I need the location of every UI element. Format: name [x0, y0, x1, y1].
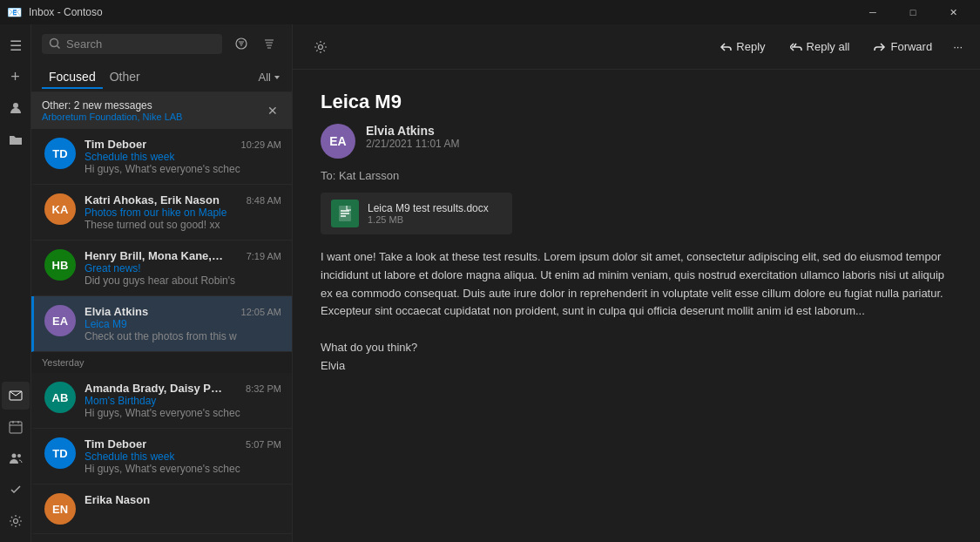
- date-divider: Yesterday: [31, 352, 292, 373]
- search-box[interactable]: [42, 34, 222, 54]
- sidebar-header-icons: [229, 31, 281, 56]
- people-icon[interactable]: [2, 444, 30, 472]
- maximize-button[interactable]: □: [893, 0, 933, 24]
- email-body: I want one! Take a look at these test re…: [321, 248, 952, 376]
- mail-content: Katri Ahokas, Erik Nason 8:48 AM Photos …: [84, 193, 281, 231]
- mail-item-active[interactable]: EA Elvia Atkins 12:05 AM Leica M9 Check …: [31, 296, 292, 352]
- reading-toolbar: Reply Reply all Forward ···: [293, 24, 980, 70]
- mail-subject: Schedule this week: [84, 451, 281, 463]
- tab-all[interactable]: All: [259, 71, 281, 84]
- mail-item[interactable]: AB Amanda Brady, Daisy Phillips 8:32 PM …: [31, 373, 292, 429]
- attachment-icon: [331, 200, 359, 227]
- mail-item[interactable]: EN Erika Nason: [31, 484, 292, 534]
- reply-all-icon: [790, 41, 802, 53]
- forward-button[interactable]: Forward: [863, 35, 943, 58]
- reading-content: Leica M9 EA Elvia Atkins 2/21/2021 11:01…: [293, 70, 980, 542]
- reply-icon: [720, 41, 732, 53]
- tabs-row: Focused Other All: [31, 63, 292, 92]
- titlebar-left: 📧 Inbox - Contoso: [7, 5, 103, 19]
- sidebar-header: [31, 24, 292, 63]
- mail-subject: Photos from our hike on Maple: [84, 207, 281, 219]
- mail-subject: Great news!: [84, 262, 281, 274]
- avatar: HB: [44, 249, 76, 281]
- mail-sender: Erika Nason: [84, 493, 150, 506]
- mail-content: Erika Nason: [84, 493, 281, 506]
- minimize-button[interactable]: ─: [853, 0, 893, 24]
- settings-icon[interactable]: [2, 507, 30, 535]
- sender-avatar: EA: [321, 124, 355, 159]
- svg-point-5: [13, 519, 17, 524]
- hamburger-icon[interactable]: ☰: [2, 31, 30, 59]
- avatar: AB: [44, 382, 76, 413]
- reply-button[interactable]: Reply: [709, 35, 775, 58]
- avatar: EA: [44, 305, 76, 336]
- mail-preview: Did you guys hear about Robin's: [84, 274, 281, 287]
- attachment-info: Leica M9 test results.docx 1.25 MB: [368, 202, 489, 225]
- filter-icon[interactable]: [229, 31, 253, 56]
- mail-sender: Amanda Brady, Daisy Phillips: [84, 382, 224, 395]
- mail-icon[interactable]: [2, 382, 30, 410]
- reply-all-label: Reply all: [807, 40, 850, 53]
- mail-item[interactable]: TD Tim Deboer 5:07 PM Schedule this week…: [31, 429, 292, 484]
- email-footer-text: What do you think?Elvia: [321, 339, 952, 376]
- search-icon: [49, 37, 61, 50]
- calendar-icon[interactable]: [2, 413, 30, 441]
- settings-button[interactable]: [303, 35, 338, 59]
- mail-content: Amanda Brady, Daisy Phillips 8:32 PM Mom…: [84, 382, 281, 419]
- tab-focused[interactable]: Focused: [42, 66, 103, 89]
- svg-rect-2: [10, 422, 22, 433]
- folder-icon[interactable]: [2, 125, 30, 153]
- search-input[interactable]: [66, 37, 215, 51]
- mail-top: Tim Deboer 10:29 AM: [84, 138, 281, 151]
- mail-sender: Tim Deboer: [84, 138, 146, 151]
- more-label: ···: [953, 40, 963, 53]
- avatar: TD: [44, 437, 76, 469]
- mail-preview: Hi guys, What's everyone's schec: [84, 163, 281, 175]
- mail-time: 10:29 AM: [241, 139, 281, 150]
- sender-name: Elvia Atkins: [366, 124, 459, 138]
- avatar: EN: [44, 493, 76, 525]
- app-icon: 📧: [7, 5, 22, 19]
- compose-icon[interactable]: +: [2, 63, 30, 91]
- mail-item[interactable]: HB Henry Brill, Mona Kane, Cecil Fo 7:19…: [31, 241, 292, 296]
- mail-top: Elvia Atkins 12:05 AM: [84, 305, 281, 318]
- notification-content: Other: 2 new messages Arboretum Foundati…: [42, 99, 182, 122]
- email-subject: Leica M9: [321, 91, 952, 113]
- email-meta: EA Elvia Atkins 2/21/2021 11:01 AM: [321, 124, 952, 159]
- mail-item[interactable]: TD Tim Deboer 10:29 AM Schedule this wee…: [31, 129, 292, 185]
- sort-icon[interactable]: [257, 31, 281, 56]
- attachment[interactable]: Leica M9 test results.docx 1.25 MB: [321, 193, 512, 234]
- mail-top: Henry Brill, Mona Kane, Cecil Fo 7:19 AM: [84, 249, 281, 262]
- mail-item[interactable]: KA Katri Ahokas, Erik Nason 8:48 AM Phot…: [31, 185, 292, 241]
- tasks-icon[interactable]: [2, 476, 30, 504]
- mail-top: Tim Deboer 5:07 PM: [84, 437, 281, 451]
- sender-date: 2/21/2021 11:01 AM: [366, 138, 459, 150]
- notification-main: Other: 2 new messages: [42, 99, 182, 112]
- mail-sender: Elvia Atkins: [84, 305, 148, 318]
- notification-sub: Arboretum Foundation, Nike LAB: [42, 112, 182, 122]
- email-body-text: I want one! Take a look at these test re…: [321, 248, 952, 321]
- reply-label: Reply: [736, 40, 765, 53]
- more-button[interactable]: ···: [946, 35, 970, 58]
- notification-banner: Other: 2 new messages Arboretum Foundati…: [31, 92, 292, 129]
- notification-close-button[interactable]: ✕: [264, 102, 281, 119]
- mail-content: Tim Deboer 5:07 PM Schedule this week Hi…: [84, 437, 281, 475]
- mail-preview: Hi guys, What's everyone's schec: [84, 463, 281, 475]
- email-to: To: Kat Larsson: [321, 169, 952, 182]
- svg-point-8: [319, 44, 323, 49]
- mail-sender: Katri Ahokas, Erik Nason: [84, 193, 220, 207]
- nav-rail: ☰ +: [0, 24, 31, 542]
- contacts-icon[interactable]: [2, 94, 30, 122]
- sidebar: Focused Other All Other: 2 new messages …: [31, 24, 293, 542]
- close-button[interactable]: ✕: [933, 0, 973, 24]
- titlebar: 📧 Inbox - Contoso ─ □ ✕: [0, 0, 980, 24]
- svg-point-0: [13, 103, 18, 108]
- reply-all-button[interactable]: Reply all: [780, 35, 861, 58]
- titlebar-controls: ─ □ ✕: [853, 0, 973, 24]
- mail-top: Erika Nason: [84, 493, 281, 506]
- mail-preview: These turned out so good! xx: [84, 219, 281, 231]
- tab-other[interactable]: Other: [103, 66, 147, 89]
- mail-time: 8:48 AM: [247, 195, 281, 206]
- svg-point-6: [51, 39, 58, 47]
- reading-pane: Reply Reply all Forward ··· Leica M9 EA: [293, 24, 980, 542]
